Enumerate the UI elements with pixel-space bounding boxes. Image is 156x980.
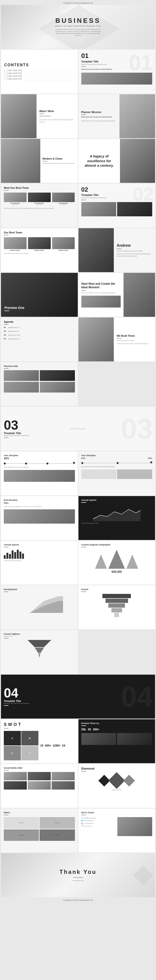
storyline-year-start: 2021 — [81, 457, 85, 459]
storyline-year-end: 2021 — [148, 457, 152, 459]
swot-w: W — [21, 731, 38, 745]
slide-matrix: Matrix Item 01 Item 02 Item 03 Item 04 — [1, 808, 78, 853]
custom-diagram-value: $40,000 — [81, 570, 153, 573]
modern-clean-image — [1, 139, 40, 183]
dppstore-watermark: DPPSTORE — [70, 428, 85, 430]
meet-team-desc: Lorem ipsum dolor sit amet consectetur a… — [4, 207, 75, 209]
contents-heading: CONTENTS — [4, 63, 74, 67]
annual-2-subtitle: Lorem ipsum dolor sit amet — [4, 560, 75, 562]
social-media-grid — [4, 772, 75, 789]
template-03-num: 03 — [4, 418, 29, 432]
slide-thank-you: Thank You www.pptstore.net — [1, 853, 155, 897]
slide-preview-one: Preview One — [1, 273, 78, 317]
we-built-title: We Built Them — [117, 334, 152, 337]
development-chart — [4, 594, 75, 613]
excellence-image — [120, 139, 155, 183]
modern-clean-subtitle: Everything You Need to Know About The Mo… — [43, 162, 76, 164]
annual-1-subtitle: Lorem ipsum dolor sit amet — [81, 522, 153, 524]
storyline-year-1: 2021 — [4, 457, 75, 460]
annual-chart-1 — [81, 504, 153, 521]
matrix-grid: Item 01 Item 02 Item 03 Item 04 — [4, 817, 75, 841]
slide-annual-reports-2: Annual reports Lorem ipsum d — [1, 541, 78, 585]
start-now-title: Start Now and Create the Ideal Moment — [81, 282, 121, 290]
swot-o: O — [4, 746, 21, 760]
slide-contents: CONTENTS 1 1. ADD YOUR TITLE 2 2. ADD YO… — [1, 49, 78, 94]
swot-stat-1: 15 — [40, 744, 43, 747]
modern-clean-title: Modern & Clean — [43, 157, 76, 160]
diamond-shape-2 — [108, 772, 125, 789]
contents-item-1: 1 1. ADD YOUR TITLE — [4, 69, 74, 72]
what-i-wish-desc: Lorem ipsum dolor sit amet consectetur a… — [39, 119, 75, 123]
main-subtitle: Modern & Clean PowerPoint Template Title — [54, 25, 102, 27]
slide-modern-clean: Modern & Clean Everything You Need to Kn… — [1, 139, 78, 183]
funnel-1-title: Funnel — [81, 588, 153, 590]
template-03-subtitle: Modern & Clean Business Template Title — [4, 434, 29, 436]
storyline-title-2: Your Storyline — [81, 454, 153, 457]
slide-template-04: 04 04 Template Title Modern & Clean Busi… — [1, 675, 155, 719]
matrix-cell-1: Item 01 — [4, 817, 39, 829]
annual-2-title: Annual reports — [4, 544, 75, 546]
get-in-touch-title: Get In Touch — [81, 811, 153, 814]
swot-title: SWOT — [4, 722, 75, 727]
annual-1-title: Annual reports — [81, 499, 153, 501]
social-item-6 — [52, 781, 75, 789]
thank-you-title: Thank You — [60, 869, 96, 875]
team-member-1: Team Member Role Title — [4, 192, 27, 205]
funnel-2-subtitle: Modern Clean — [4, 635, 75, 637]
agenda-item-4: 04 Agenda Item Four — [4, 337, 75, 341]
slide-get-in-touch: Get In Touch 📧 email@example.com 🌐 www.w… — [79, 808, 155, 853]
copyright-bottom: Copyright © http://www.pptstore.net — [1, 898, 155, 902]
what-i-wish-subtitle: Search Manual — [39, 115, 75, 118]
timeline-1 — [4, 463, 75, 464]
num-bg-03: 03 — [121, 415, 153, 443]
matrix-cell-3: Item 03 — [4, 829, 39, 841]
andrew-role: Director of Something & Does She Office — [117, 250, 152, 252]
slide-agenda: Agenda 01 Agenda Item One 02 Agenda Item… — [1, 318, 78, 361]
matrix-cell-4: Item 04 — [39, 829, 75, 841]
preview-stats-title: Preview Three of... — [81, 722, 153, 724]
contents-item-3: 3 3. ADD YOUR TITLE — [4, 75, 74, 78]
slide-diamond: Diamond Diamond model — [79, 764, 155, 808]
slide-swot: SWOT S W O T 15 — [1, 719, 78, 763]
slide-excellence: A legacy of excellence for almost a cent… — [79, 139, 155, 183]
slide-meet-team: Meet Our Best Team Team Member Role Titl… — [1, 183, 78, 228]
swot-stats: 15 450+ 1290+ 24 — [40, 744, 75, 747]
swot-stat-2: 450+ — [45, 744, 51, 747]
physical-title: Physical slide — [4, 365, 75, 368]
slide-we-built: We Built Them Lorem ipsum dolor sit amet… — [79, 318, 155, 361]
preview-stat-1: 25k — [81, 728, 86, 731]
template-04-num: 04 — [4, 687, 29, 700]
agenda-item-3: 03 Agenda Item Three — [4, 333, 75, 337]
slide-your-storyline-2: Your Storyline 2021 2021 Lorem ipsum dol… — [79, 452, 155, 495]
social-item-4 — [4, 781, 27, 789]
funnel-1-shape — [81, 594, 153, 617]
slide-start-now: Start Now and Create the Ideal Moment Lo… — [79, 273, 155, 317]
title-content: BUSINESS Modern & Clean PowerPoint Templ… — [54, 18, 102, 37]
num-background: 01 — [129, 52, 153, 73]
svg-marker-5 — [27, 640, 51, 647]
diagram-shapes — [81, 550, 153, 569]
our-team-member-1: Member Name — [4, 237, 27, 251]
team-members-row: Team Member Role Title Team Member Role … — [4, 192, 75, 205]
slide-annual-reports-1: Annual reports Lorem ipsum dolor sit ame… — [79, 496, 155, 540]
development-title: Development — [4, 588, 75, 590]
matrix-title: Matrix — [4, 811, 75, 814]
slide-end-storyline: End Storyline 2021 There is only one hap… — [1, 496, 78, 540]
agenda-item-2: 02 Agenda Item Two — [4, 329, 75, 333]
diamond-title: Diamond — [81, 767, 153, 770]
slide-custom-diagram: Custom Diagram Infographic $40,000 — [79, 541, 155, 585]
excellence-title: A legacy of excellence for almost a cent… — [82, 154, 117, 168]
main-title: BUSINESS — [54, 18, 102, 24]
slide-funnel-1: Funnel — [79, 585, 155, 629]
thank-you-decoration — [133, 865, 153, 885]
slide-planner: Planner Mission Start Now and Create the… — [79, 94, 155, 138]
planner-body: Start Now and Create the Ideal Moment — [81, 116, 117, 118]
planner-title: Planner Mission — [81, 111, 117, 113]
agenda-title: Agenda — [4, 320, 75, 323]
preview-stat-2: 45 — [88, 728, 91, 731]
our-team-member-3: Member Name — [52, 237, 75, 251]
slide-andrew: Andrew Director of Something & Does She … — [79, 228, 155, 272]
copyright-text: Copyright © http://www.pptstore.net — [1, 1, 155, 5]
swot-s: S — [4, 731, 21, 745]
slide-what-i-wish: What I Wish Search Manual Lorem ipsum do… — [1, 94, 78, 138]
